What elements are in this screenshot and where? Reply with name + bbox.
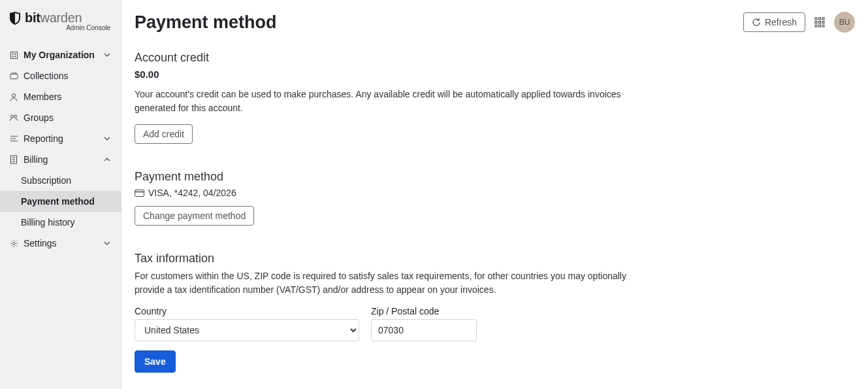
tax-description: For customers within the US, ZIP code is… xyxy=(135,269,631,297)
change-payment-method-button[interactable]: Change payment method xyxy=(135,206,254,226)
sidebar-item-label: Settings xyxy=(24,238,99,248)
reporting-icon xyxy=(9,135,18,143)
chevron-down-icon xyxy=(104,137,112,141)
avatar[interactable]: BU xyxy=(834,12,855,33)
chevron-down-icon xyxy=(104,241,112,245)
zip-label: Zip / Postal code xyxy=(371,306,477,316)
zip-input[interactable] xyxy=(371,319,477,341)
svg-rect-2 xyxy=(14,53,16,54)
shield-icon xyxy=(9,12,21,25)
account-credit-section: Account credit $0.00 Your account's cred… xyxy=(135,51,631,144)
svg-rect-26 xyxy=(135,190,144,196)
svg-rect-22 xyxy=(822,22,824,24)
svg-rect-19 xyxy=(822,18,824,20)
country-select[interactable]: United States xyxy=(135,319,359,341)
page-header: Payment method Refresh BU xyxy=(135,12,855,33)
groups-icon xyxy=(9,114,18,122)
sidebar-item-label: Reporting xyxy=(24,133,99,144)
country-label: Country xyxy=(135,306,359,316)
svg-rect-21 xyxy=(819,22,821,24)
svg-rect-23 xyxy=(815,25,817,27)
save-button[interactable]: Save xyxy=(135,350,176,373)
sidebar-item-label: Groups xyxy=(24,112,112,123)
sidebar-subitem-billing-history[interactable]: Billing history xyxy=(0,212,121,233)
brand-name: bitwarden xyxy=(25,10,82,25)
sidebar: bitwarden Admin Console My Organization … xyxy=(0,0,121,389)
building-icon xyxy=(9,51,18,59)
svg-rect-20 xyxy=(815,22,817,24)
svg-rect-0 xyxy=(10,52,17,58)
payment-method-title: Payment method xyxy=(135,170,631,184)
gear-icon xyxy=(9,239,18,248)
add-credit-button[interactable]: Add credit xyxy=(135,124,193,144)
refresh-icon xyxy=(752,18,761,27)
svg-rect-24 xyxy=(819,25,821,27)
svg-rect-3 xyxy=(12,56,13,57)
tax-title: Tax information xyxy=(135,252,631,265)
person-icon xyxy=(9,93,18,101)
credit-card-icon xyxy=(135,190,144,197)
svg-rect-4 xyxy=(14,56,16,57)
sidebar-item-reporting[interactable]: Reporting xyxy=(0,128,121,149)
apps-grid-icon[interactable] xyxy=(814,17,825,27)
payment-method-section: Payment method VISA, *4242, 04/2026 Chan… xyxy=(135,170,631,226)
sidebar-item-label: My Organization xyxy=(24,50,99,60)
sidebar-item-label: Collections xyxy=(24,71,112,81)
chevron-up-icon xyxy=(104,158,112,161)
sidebar-item-label: Members xyxy=(24,92,112,102)
main-content: Payment method Refresh BU xyxy=(121,0,868,389)
svg-point-16 xyxy=(12,242,15,245)
refresh-label: Refresh xyxy=(765,17,797,27)
account-credit-title: Account credit xyxy=(135,51,631,65)
sidebar-subitem-subscription[interactable]: Subscription xyxy=(0,170,121,191)
svg-rect-25 xyxy=(822,25,824,27)
account-credit-amount: $0.00 xyxy=(135,69,631,80)
collections-icon xyxy=(9,72,18,80)
svg-rect-18 xyxy=(819,18,821,20)
sidebar-item-billing[interactable]: Billing xyxy=(0,149,121,170)
sidebar-item-collections[interactable]: Collections xyxy=(0,65,121,86)
svg-rect-1 xyxy=(12,53,13,54)
sidebar-item-members[interactable]: Members xyxy=(0,86,121,107)
svg-point-8 xyxy=(14,115,17,118)
page-title: Payment method xyxy=(135,12,743,33)
sidebar-subitem-payment-method[interactable]: Payment method xyxy=(0,191,121,212)
sidebar-item-groups[interactable]: Groups xyxy=(0,107,121,128)
sidebar-item-settings[interactable]: Settings xyxy=(0,233,121,254)
svg-point-7 xyxy=(11,115,14,118)
refresh-button[interactable]: Refresh xyxy=(743,12,805,32)
svg-rect-17 xyxy=(815,18,817,20)
account-credit-description: Your account's credit can be used to mak… xyxy=(135,88,631,115)
tax-information-section: Tax information For customers within the… xyxy=(135,252,631,373)
sidebar-item-label: Billing xyxy=(24,154,99,165)
card-summary-text: VISA, *4242, 04/2026 xyxy=(148,188,236,198)
brand-logo[interactable]: bitwarden Admin Console xyxy=(0,0,121,38)
sidebar-item-my-organization[interactable]: My Organization xyxy=(0,44,121,65)
svg-rect-5 xyxy=(10,74,17,78)
chevron-down-icon xyxy=(104,53,112,57)
billing-icon xyxy=(9,155,18,164)
svg-point-6 xyxy=(12,93,15,97)
